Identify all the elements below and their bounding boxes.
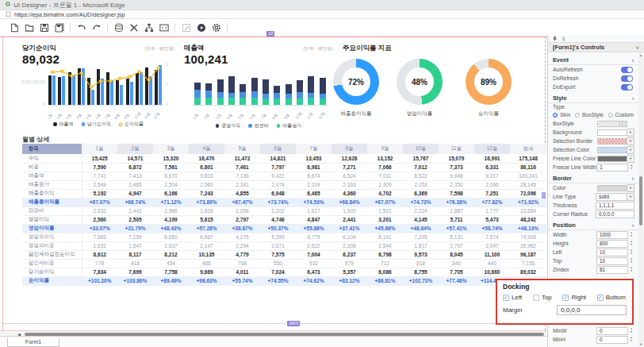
widget-profit-ratio-donuts[interactable]: 주요이익률 지표 72%매출총이익률48%영업이익률89%순이익률	[320, 40, 546, 134]
corner-radius-input[interactable]: 0,0,0,0	[596, 210, 634, 218]
dropdown-icon[interactable]: ▼	[627, 155, 634, 163]
scroll-down-icon[interactable]: ▼	[638, 342, 643, 346]
widget-revenue-chart[interactable]: 매출액 (단위 : 백만원) 100,241 1월2월3월4월5월6월7월8월9…	[181, 40, 336, 134]
dropdown-icon[interactable]: ▼	[627, 137, 634, 145]
top-checkbox[interactable]	[533, 295, 539, 301]
cell-value: +67.07%	[82, 198, 117, 206]
vertical-scrollbar-thumb[interactable]	[639, 176, 642, 226]
section-event[interactable]: Event∧	[548, 56, 639, 65]
x-tick: 10월	[294, 107, 306, 120]
selection-color-swatch[interactable]	[597, 147, 627, 153]
spinner-arrows-icon[interactable]: ▲▼	[628, 266, 634, 274]
row-label: 영업외비용	[22, 241, 82, 250]
bottom-checkbox[interactable]: ✓	[597, 295, 604, 301]
section-style[interactable]: Style∧	[548, 94, 639, 103]
property-label: Corner Radius	[553, 211, 596, 217]
section-border[interactable]: Border∧	[548, 174, 639, 183]
menu-icon[interactable]: ≡	[562, 37, 565, 41]
freeze-line-width-spinner[interactable]: 1	[596, 164, 628, 172]
row-label: 법인세차감전순이익	[22, 250, 82, 259]
docking-title: Docking	[503, 283, 627, 291]
dropdown-icon[interactable]: ▼	[627, 184, 634, 192]
selection-border-swatch[interactable]	[597, 138, 627, 145]
background-swatch[interactable]	[597, 129, 627, 136]
design-canvas[interactable]: 1609 당기순이익 (단위 : 백만원) 89,032 6,000,000,0…	[0, 37, 547, 330]
scroll-up-icon[interactable]: ▲	[638, 53, 643, 57]
cell-value: +57.28%	[189, 224, 224, 233]
tab-form1[interactable]: Form1	[7, 337, 59, 347]
cell-value: 2,571	[260, 241, 296, 250]
spinner-arrows-icon[interactable]: ▲▼	[628, 249, 634, 256]
top-spinner[interactable]: 10	[596, 257, 628, 265]
scroll-left-icon[interactable]: ◀	[17, 332, 21, 337]
save-icon[interactable]	[36, 21, 52, 34]
minw-spinner[interactable]: 0	[596, 327, 628, 335]
settings-icon[interactable]	[209, 21, 224, 34]
spinner-arrows-icon[interactable]: ▲▼	[628, 327, 634, 335]
spinner-arrows-icon[interactable]: ▲▼	[628, 164, 634, 172]
spinner-arrows-icon[interactable]: ▲▼	[628, 240, 634, 248]
spinner-arrows-icon[interactable]: ▲▼	[628, 257, 634, 265]
database-icon[interactable]	[111, 21, 126, 34]
controls-header[interactable]: [Form1]'s Controls ∨	[548, 42, 644, 52]
property-row: AutoRefresh	[548, 65, 639, 74]
color-swatch[interactable]	[597, 185, 627, 191]
zindex-spinner[interactable]: 81	[596, 266, 628, 274]
stack-segment	[263, 94, 269, 98]
doexport-toggle[interactable]	[621, 84, 633, 91]
section-position[interactable]: Position∧	[548, 221, 639, 230]
sitemap-icon[interactable]	[141, 21, 156, 34]
line-type-select[interactable]: solid	[596, 193, 627, 201]
donut-chart: 89%	[466, 59, 512, 105]
radio-option-boxstyle[interactable]: BoxStyle	[575, 112, 604, 118]
right-checkbox[interactable]: ✓	[562, 295, 569, 301]
redo-icon[interactable]	[89, 21, 104, 34]
dropdown-icon[interactable]: ▼	[627, 129, 634, 137]
cell-value: +38.87%	[224, 224, 260, 233]
boxstyle-swatch[interactable]: ...	[597, 121, 627, 127]
height-spinner[interactable]: 800	[596, 240, 628, 248]
tools-icon[interactable]	[126, 21, 141, 34]
dorefresh-toggle[interactable]	[621, 75, 633, 82]
property-label: Selection Color	[553, 147, 597, 152]
save-all-icon[interactable]	[52, 21, 67, 34]
autorefresh-toggle[interactable]	[621, 67, 633, 73]
property-label: DoRefresh	[553, 75, 597, 81]
monthly-table[interactable]: 항목1월2월3월4월5월6월7월8월9월10월11월12월합계 수익15,425…	[22, 144, 546, 286]
thickness-input[interactable]: 1,1,1,1	[596, 202, 634, 210]
radio-icon[interactable]	[553, 113, 558, 118]
minh-spinner[interactable]: 0	[596, 336, 628, 344]
new-document-icon[interactable]	[6, 21, 21, 34]
address-bar[interactable]: https://epa.bimatrix.com/AUD/designer.js…	[0, 10, 644, 19]
cell-value: 768	[224, 259, 260, 268]
edit-icon[interactable]	[178, 21, 194, 34]
dropdown-icon[interactable]: ▼	[627, 193, 634, 201]
docking-panel: Docking ✓LeftTop✓Right✓Bottom Margin 0,0…	[496, 279, 634, 325]
open-folder-icon[interactable]	[21, 21, 36, 34]
pin-icon[interactable]	[552, 36, 558, 41]
stack-segment	[286, 98, 292, 105]
radio-option-skin[interactable]: Skin	[553, 112, 570, 118]
cell-value: +74.55%	[260, 276, 296, 285]
run-icon[interactable]	[194, 21, 209, 34]
left-checkbox[interactable]: ✓	[503, 295, 509, 301]
radio-icon[interactable]	[575, 113, 580, 118]
freeze-line-color-swatch[interactable]	[597, 156, 627, 162]
undo-icon[interactable]	[74, 21, 89, 34]
vertical-scrollbar[interactable]: ▲ ▼	[638, 53, 643, 346]
cell-value: +33.07%	[82, 224, 117, 233]
radio-icon[interactable]	[608, 113, 613, 118]
code-icon[interactable]	[156, 21, 171, 34]
horizontal-scrollbar-thumb[interactable]	[25, 333, 544, 337]
left-spinner[interactable]: 10	[596, 249, 628, 256]
spinner-arrows-icon[interactable]: ▲▼	[628, 336, 634, 344]
horizontal-scrollbar[interactable]: ◀	[0, 330, 547, 337]
dropdown-icon[interactable]: ▼	[627, 146, 634, 154]
width-spinner[interactable]: 1000	[596, 231, 628, 239]
spinner-arrows-icon[interactable]: ▲▼	[628, 231, 634, 239]
cell-value: 1,617	[296, 206, 332, 215]
margin-input[interactable]: 0,0,0,0	[557, 305, 627, 315]
ellipsis-button[interactable]: ...	[619, 122, 626, 126]
radio-option-custom[interactable]: Custom	[608, 112, 634, 118]
widget-net-income-chart[interactable]: 당기순이익 (단위 : 백만원) 89,032 6,000,000,000 0 …	[19, 40, 178, 134]
